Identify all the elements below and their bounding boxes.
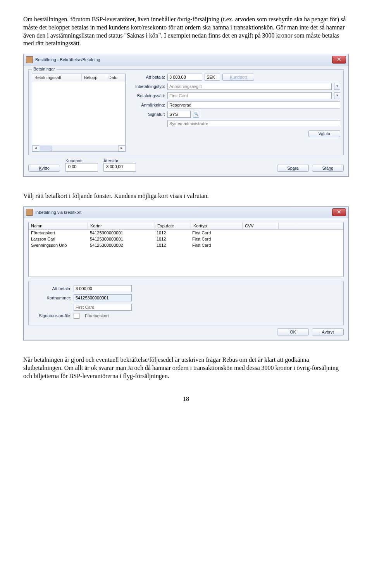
- sof-checkbox[interactable]: [74, 313, 79, 319]
- col-betalningssatt[interactable]: Betalningssätt: [32, 74, 82, 81]
- input-signame: [167, 120, 340, 127]
- label-sof: Signature-on-file:: [33, 313, 71, 318]
- input-sig[interactable]: [167, 111, 191, 118]
- scroll-left-icon[interactable]: ◄: [32, 145, 39, 151]
- col-namn[interactable]: Namn: [29, 222, 88, 229]
- dialog-inbetalning: Inbetalning via kreditkort ✕ Namn Kortnr…: [23, 206, 349, 340]
- spara-button[interactable]: Spara: [277, 165, 309, 172]
- col-exp[interactable]: Exp.date: [155, 222, 191, 229]
- input-anm[interactable]: [167, 101, 340, 108]
- input-kortnr[interactable]: [74, 294, 132, 301]
- label-inbtyp: Inbetalningstyp:: [130, 84, 165, 89]
- input-attbetala[interactable]: [167, 74, 202, 81]
- kundpott-display: Kundpott 0,00: [65, 158, 98, 172]
- page-number: 18: [23, 395, 349, 402]
- ok-button[interactable]: OK: [277, 328, 309, 335]
- app-icon: [26, 209, 33, 216]
- titlebar: Beställning - Bekräftelse/Betalning ✕: [24, 54, 348, 65]
- label-kortnr: Kortnummer:: [33, 296, 71, 300]
- cards-table[interactable]: Namn Kortnr Exp.date Korttyp CVV Företag…: [28, 222, 344, 277]
- close-icon[interactable]: ✕: [332, 56, 346, 64]
- input-inbtyp[interactable]: [167, 83, 332, 90]
- table-row[interactable]: Larsson Carl 54125300000001 1012 First C…: [29, 236, 343, 242]
- label-sig: Signatur:: [130, 112, 165, 117]
- input-attbetala2[interactable]: [74, 285, 132, 292]
- avbryt-button[interactable]: Avbryt: [312, 328, 344, 335]
- dropdown-icon[interactable]: ▾: [334, 83, 340, 90]
- paragraph-2: Välj rätt betalkort i följande fönster. …: [23, 192, 349, 200]
- group-betalningar: Betalningar Betalningssätt Belopp Datu ◄…: [28, 69, 344, 155]
- dropdown-icon[interactable]: ▾: [334, 92, 340, 99]
- label-attbetala: Att betala:: [33, 286, 71, 291]
- lookup-icon[interactable]: 🔍: [193, 111, 199, 118]
- group-legend: Betalningar: [32, 67, 57, 71]
- titlebar: Inbetalning via kreditkort ✕: [24, 207, 348, 218]
- kortnamn-display: Företagskort: [85, 313, 109, 318]
- paragraph-3: När betalningen är gjord och eventuell b…: [23, 356, 349, 380]
- label-anm: Anmärkning:: [130, 103, 165, 107]
- label-betsatt: Betalningssätt:: [130, 93, 165, 98]
- col-datum[interactable]: Datu: [106, 74, 125, 81]
- label-attbetala: Att betala:: [130, 75, 165, 79]
- stang-button[interactable]: Stäng: [312, 165, 344, 172]
- dialog-title: Inbetalning via kreditkort: [35, 210, 81, 215]
- dialog-bestallning: Beställning - Bekräftelse/Betalning ✕ Be…: [23, 54, 349, 177]
- table-row[interactable]: Företagskort 54125300000001 1012 First C…: [29, 230, 343, 236]
- aterstar-display: Återstår 3 000,00: [103, 158, 136, 172]
- kvitto-button[interactable]: Kvitto: [28, 165, 60, 172]
- app-icon: [26, 56, 33, 63]
- scroll-thumb[interactable]: [40, 146, 52, 151]
- paragraph-1: Om beställningen, förutom BSP-leverantör…: [23, 15, 349, 48]
- dialog-title: Beställning - Bekräftelse/Betalning: [35, 57, 100, 62]
- input-korttyp: [74, 304, 132, 311]
- valuta-button[interactable]: Valuta: [308, 130, 340, 137]
- col-belopp[interactable]: Belopp: [82, 74, 106, 81]
- payments-list[interactable]: Betalningssätt Belopp Datu ◄ ►: [32, 74, 126, 152]
- table-row[interactable]: Svenningsson Uno 54125300000002 1012 Fir…: [29, 242, 343, 248]
- kundpott-button[interactable]: KKundpottundpott: [222, 74, 254, 81]
- col-kortnr[interactable]: Kortnr: [88, 222, 155, 229]
- col-typ[interactable]: Korttyp: [191, 222, 243, 229]
- input-betsatt[interactable]: [167, 92, 332, 99]
- scroll-right-icon[interactable]: ►: [118, 145, 125, 151]
- close-icon[interactable]: ✕: [332, 208, 346, 216]
- col-cvv[interactable]: CVV: [243, 222, 279, 229]
- h-scrollbar[interactable]: ◄ ►: [32, 145, 125, 151]
- input-currency[interactable]: [205, 74, 220, 81]
